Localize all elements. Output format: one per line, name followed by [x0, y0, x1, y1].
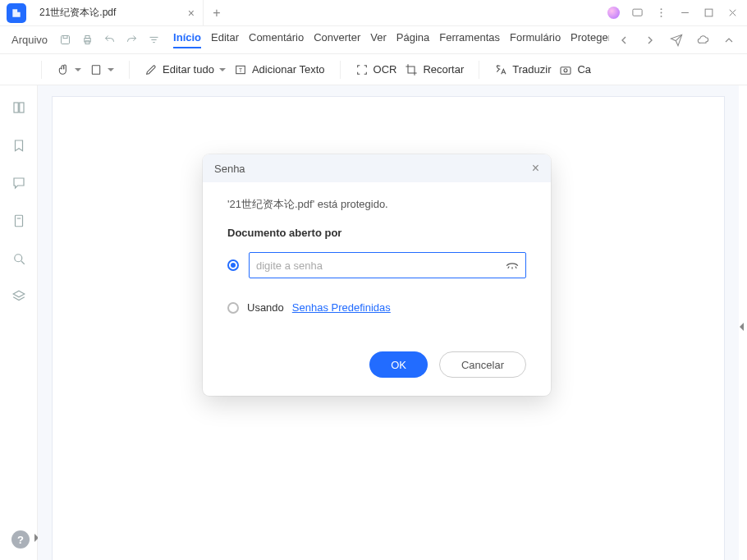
svg-point-3	[661, 16, 662, 17]
fit-page-button[interactable]	[89, 63, 114, 76]
caret-down-icon	[219, 68, 226, 71]
tab-title: 21世纪资本论.pdf	[39, 6, 116, 20]
svg-rect-12	[85, 41, 89, 44]
ocr-button[interactable]: OCR	[355, 63, 397, 76]
camera-button[interactable]: Ca	[559, 63, 591, 76]
window-maximize-icon[interactable]	[703, 7, 715, 19]
menu-protect[interactable]: Proteger	[571, 31, 609, 48]
menu-page[interactable]: Página	[396, 31, 429, 48]
svg-rect-5	[705, 9, 713, 16]
caret-down-icon	[108, 68, 114, 71]
ok-button[interactable]: OK	[369, 351, 428, 378]
caret-down-icon	[75, 68, 81, 71]
tab-close-icon[interactable]: ×	[188, 7, 195, 20]
hand-tool-button[interactable]	[57, 63, 81, 76]
dialog-message: '21世纪资本论.pdf' está protegido.	[227, 197, 526, 212]
dialog-header: Senha ×	[203, 154, 551, 182]
dialog-close-icon[interactable]: ×	[532, 161, 539, 176]
document-tab[interactable]: 21世纪资本论.pdf ×	[31, 0, 204, 25]
redo-icon[interactable]	[126, 34, 138, 46]
help-button[interactable]: ?	[11, 530, 30, 549]
svg-rect-26	[15, 215, 22, 227]
preset-passwords-link[interactable]: Senhas Predefinidas	[292, 301, 391, 314]
filter-icon[interactable]	[148, 34, 160, 46]
file-menu[interactable]: Arquivo	[11, 34, 48, 46]
menu-form[interactable]: Formulário	[510, 31, 561, 48]
using-label: Usando	[247, 301, 284, 314]
cancel-button[interactable]: Cancelar	[439, 351, 526, 378]
comments-icon[interactable]	[11, 176, 26, 190]
svg-text:T: T	[239, 67, 242, 72]
svg-line-32	[516, 267, 517, 269]
print-icon[interactable]	[81, 34, 94, 46]
svg-rect-24	[14, 103, 18, 112]
svg-rect-25	[19, 103, 23, 112]
svg-point-1	[661, 8, 662, 10]
toolbar: Editar tudo T Adicionar Texto OCR Recort…	[0, 54, 747, 85]
menu-view[interactable]: Ver	[370, 31, 387, 48]
dialog-title: Senha	[214, 163, 245, 175]
svg-rect-9	[63, 36, 67, 39]
bookmark-icon[interactable]	[11, 138, 26, 153]
send-icon[interactable]	[670, 34, 683, 47]
menu-home[interactable]: Início	[173, 31, 201, 48]
user-avatar[interactable]	[607, 7, 620, 19]
window-minimize-icon[interactable]	[679, 7, 691, 19]
menu-convert[interactable]: Converter	[314, 31, 360, 48]
add-text-button[interactable]: T Adicionar Texto	[234, 63, 325, 76]
chevron-right-icon[interactable]	[644, 34, 657, 47]
search-icon[interactable]	[11, 251, 26, 266]
translate-label: Traduzir	[512, 63, 551, 76]
translate-button[interactable]: Traduzir	[494, 63, 551, 76]
expand-right-panel-icon[interactable]	[740, 323, 744, 331]
password-input[interactable]	[249, 252, 526, 278]
thumbnails-icon[interactable]	[11, 100, 26, 115]
svg-rect-0	[633, 9, 642, 16]
radio-use-preset[interactable]	[227, 302, 239, 314]
help-symbol: ?	[17, 534, 24, 546]
collapse-ribbon-icon[interactable]	[722, 34, 736, 47]
undo-icon[interactable]	[103, 34, 116, 46]
svg-line-30	[508, 267, 510, 269]
edit-all-label: Editar tudo	[163, 63, 214, 76]
message-icon[interactable]	[631, 7, 644, 19]
chevron-left-icon[interactable]	[617, 34, 630, 47]
app-logo[interactable]	[7, 3, 26, 23]
crop-button[interactable]: Recortar	[405, 63, 464, 76]
more-icon[interactable]	[655, 7, 667, 19]
new-tab-button[interactable]: +	[204, 6, 230, 21]
layers-icon[interactable]	[11, 289, 26, 304]
password-dialog: Senha × '21世纪资本论.pdf' está protegido. Do…	[203, 154, 551, 396]
hide-password-icon[interactable]	[505, 258, 520, 273]
attachment-icon[interactable]	[11, 213, 26, 228]
svg-point-23	[564, 68, 567, 71]
menu-tools[interactable]: Ferramentas	[439, 31, 500, 48]
add-text-label: Adicionar Texto	[252, 63, 325, 76]
menubar: Arquivo Início Editar Comentário Convert…	[0, 26, 747, 54]
svg-rect-19	[92, 65, 99, 74]
svg-rect-22	[561, 67, 571, 74]
crop-label: Recortar	[423, 63, 464, 76]
svg-rect-11	[85, 36, 89, 39]
radio-enter-password[interactable]	[227, 259, 239, 271]
camera-label: Ca	[577, 63, 591, 76]
menu-edit[interactable]: Editar	[211, 31, 239, 48]
ocr-label: OCR	[374, 63, 397, 76]
svg-point-2	[661, 12, 662, 14]
cloud-icon[interactable]	[696, 34, 709, 47]
svg-line-29	[21, 261, 25, 264]
save-icon[interactable]	[59, 34, 71, 46]
dialog-subtitle: Documento aberto por	[227, 227, 526, 239]
menu-tabs: Início Editar Comentário Converter Ver P…	[173, 31, 609, 48]
window-close-icon[interactable]	[726, 7, 739, 19]
svg-rect-8	[62, 36, 70, 44]
menu-comment[interactable]: Comentário	[249, 31, 304, 48]
left-sidebar	[0, 85, 38, 560]
svg-point-28	[14, 255, 21, 262]
titlebar: 21世纪资本论.pdf × +	[0, 0, 747, 26]
edit-all-button[interactable]: Editar tudo	[144, 63, 226, 76]
